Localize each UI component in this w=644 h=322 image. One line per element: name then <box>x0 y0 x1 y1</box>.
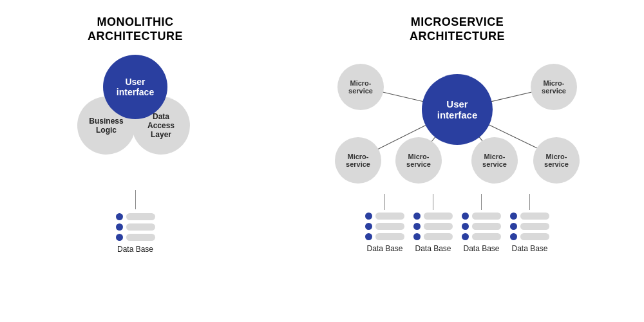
micro-db-visual-2 <box>413 213 453 240</box>
microservice-title: MICROSERVICEARCHITECTURE <box>410 15 505 43</box>
mono-db-row-2 <box>116 223 155 231</box>
micro-node-bottom-center-right: Micro-service <box>471 137 518 184</box>
micro-db-col-2: Data Base <box>413 194 453 253</box>
mono-user-interface-circle: Userinterface <box>103 55 167 119</box>
micro-connector-3 <box>481 194 482 210</box>
mono-db-bar-2 <box>126 223 155 231</box>
micro-connector-2 <box>433 194 433 210</box>
micro-db-col-4: Data Base <box>510 194 549 253</box>
monolithic-diagram: Userinterface BusinessLogic DataAccessLa… <box>64 55 206 184</box>
micro-db-col-1: Data Base <box>365 194 404 253</box>
micro-node-top-right: Micro-service <box>531 64 577 110</box>
micro-db-visual-4 <box>510 213 549 240</box>
mono-db-visual <box>116 213 155 241</box>
micro-db-visual-3 <box>462 213 501 240</box>
micro-node-bottom-far-left: Micro-service <box>335 137 381 184</box>
mono-connector-line <box>135 190 136 209</box>
mono-db-dot-2 <box>116 223 123 231</box>
mono-db-dot-3 <box>116 234 123 241</box>
microservice-databases-row: Data Base Data Base Data Base <box>365 194 549 253</box>
micro-db-label-2: Data Base <box>415 244 451 253</box>
micro-db-label-4: Data Base <box>511 244 547 253</box>
micro-node-bottom-far-right: Micro-service <box>533 137 580 184</box>
monolithic-panel: MONOLITHICARCHITECTURE Userinterface Bus… <box>0 0 270 322</box>
micro-connector-4 <box>529 194 530 210</box>
micro-db-col-3: Data Base <box>462 194 501 253</box>
micro-node-top-left: Micro-service <box>337 64 384 110</box>
micro-node-bottom-center-left: Micro-service <box>395 137 442 184</box>
mono-db-row-3 <box>116 234 155 241</box>
micro-db-visual-1 <box>365 213 404 240</box>
mono-db-bar-3 <box>126 234 155 241</box>
microservice-diagram: Userinterface Micro-service Micro-servic… <box>328 55 586 190</box>
micro-db-label-3: Data Base <box>463 244 499 253</box>
monolithic-title: MONOLITHICARCHITECTURE <box>88 15 183 43</box>
micro-connector-1 <box>384 194 385 210</box>
mono-db-bar-1 <box>126 213 155 220</box>
mono-db-dot-1 <box>116 213 123 220</box>
mono-db-row-1 <box>116 213 155 220</box>
micro-user-interface-circle: Userinterface <box>422 74 493 145</box>
microservice-panel: MICROSERVICEARCHITECTURE Userinterface M… <box>270 0 644 322</box>
mono-db-label: Data Base <box>117 245 153 254</box>
micro-db-label-1: Data Base <box>366 244 402 253</box>
mono-database-group: Data Base <box>116 213 155 254</box>
